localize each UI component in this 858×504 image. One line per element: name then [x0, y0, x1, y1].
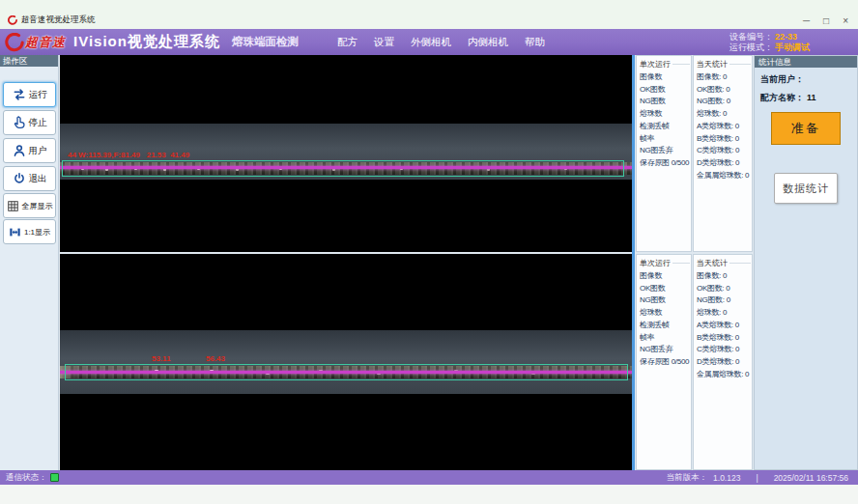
- app-title: IVision视觉处理系统: [73, 33, 220, 51]
- exit-button[interactable]: 退出: [3, 166, 56, 191]
- close-button[interactable]: ×: [843, 16, 848, 26]
- panel-title: 当天统计: [697, 59, 751, 70]
- desktop-area: [0, 485, 858, 504]
- info-panel-title: 统计信息: [755, 56, 857, 68]
- stat-item: NG图数: 0: [697, 294, 751, 307]
- window-title: 超音速视觉处理系统: [21, 14, 96, 26]
- panel-title: 当天统计: [697, 258, 751, 268]
- stat-item: A类熔珠数: 0: [697, 121, 751, 133]
- stat-item: 保存原图 0/500: [640, 356, 690, 369]
- stop-button[interactable]: 停止: [3, 110, 56, 135]
- comm-status: 通信状态：: [6, 472, 59, 484]
- current-user-row: 当前用户：: [760, 73, 857, 86]
- statistics-info-panel: 统计信息 当前用户： 配方名称：11 准备 数据统计: [754, 55, 858, 470]
- menu-item[interactable]: 设置: [374, 36, 394, 49]
- stat-item: 金属屑熔珠数: 0: [697, 170, 751, 182]
- run-mode-label: 运行模式：: [729, 42, 773, 53]
- one-to-one-icon: [9, 226, 21, 238]
- panel-title: 单次运行: [640, 59, 690, 70]
- single-run-panel-bottom: 单次运行 图像数OK图数NG图数熔珠数检测丢帧帧率NG图丢弃保存原图 0/500: [636, 254, 692, 470]
- stat-item: OK图数: [640, 84, 690, 97]
- comm-status-indicator: [50, 473, 59, 482]
- daily-stats-list: 图像数: 0OK图数: 0NG图数: 0熔珠数: 0A类熔珠数: 0B类熔珠数:…: [697, 71, 751, 182]
- stop-hand-icon: [13, 116, 26, 129]
- stat-item: 熔珠数: [640, 108, 690, 121]
- recipe-name-label: 配方名称：: [760, 93, 804, 102]
- menu-item[interactable]: 外侧相机: [411, 36, 451, 49]
- run-mode-row: 运行模式： 手动调试: [729, 42, 817, 53]
- stat-item: OK图数: [640, 283, 690, 295]
- stat-item: NG图数: [640, 294, 690, 307]
- stat-item: 图像数: 0: [697, 270, 751, 283]
- fullscreen-button[interactable]: 全屏显示: [3, 193, 56, 218]
- version-info: 当前版本： 1.0.123 | 2025/02/11 16:57:56: [667, 472, 848, 484]
- single-run-list: 图像数OK图数NG图数熔珠数检测丢帧帧率NG图丢弃保存原图 0/500: [640, 71, 690, 170]
- ready-button[interactable]: 准备: [771, 112, 841, 145]
- panel-title: 单次运行: [640, 258, 690, 268]
- run-mode-value: 手动调试: [775, 42, 817, 53]
- user-button[interactable]: 用户: [3, 138, 56, 163]
- stat-item: 图像数: 0: [697, 71, 751, 84]
- daily-stats-panel-top: 当天统计 图像数: 0OK图数: 0NG图数: 0熔珠数: 0A类熔珠数: 0B…: [693, 55, 753, 252]
- measurement-overlay: 53.11: [152, 355, 171, 363]
- titlebar: 超音速视觉处理系统 ─ □ ×: [0, 0, 858, 29]
- comm-status-label: 通信状态：: [6, 472, 47, 484]
- current-user-label: 当前用户：: [760, 74, 804, 84]
- minimize-button[interactable]: ─: [803, 16, 810, 26]
- app-window: 超音速视觉处理系统 ─ □ × 超音速 IVision视觉处理系统 熔珠端面检测…: [0, 0, 858, 504]
- run-button[interactable]: 运行: [3, 82, 56, 107]
- device-number-row: 设备编号： 22-33: [729, 32, 817, 42]
- statusbar: 通信状态： 当前版本： 1.0.123 | 2025/02/11 16:57:5…: [0, 470, 858, 485]
- version-value: 1.0.123: [713, 473, 740, 483]
- stat-item: 图像数: [640, 71, 690, 84]
- menu-item[interactable]: 配方: [337, 36, 358, 49]
- version-label: 当前版本：: [667, 472, 708, 484]
- daily-stats-list: 图像数: 0OK图数: 0NG图数: 0熔珠数: 0A类熔珠数: 0B类熔珠数:…: [697, 270, 751, 380]
- stat-item: 检测丢帧: [640, 121, 690, 133]
- recipe-name-value: 11: [807, 93, 816, 102]
- stat-item: B类熔珠数: 0: [697, 332, 751, 345]
- power-icon: [13, 172, 26, 185]
- detection-roi-box: [65, 364, 628, 380]
- sidebar-title: 操作区: [0, 55, 58, 67]
- measurement-overlay: 56.43: [206, 355, 225, 363]
- stat-item: 熔珠数: [640, 307, 690, 320]
- datetime: 2025/02/11 16:57:56: [774, 473, 848, 483]
- stat-item: NG图数: [640, 96, 690, 108]
- brand-logo-icon: [5, 33, 24, 52]
- data-statistics-button[interactable]: 数据统计: [774, 173, 838, 204]
- one-to-one-label: 1:1显示: [24, 227, 50, 238]
- run-label: 运行: [29, 89, 47, 101]
- camera-band: [60, 330, 632, 394]
- stat-item: NG图数: 0: [697, 96, 751, 108]
- exit-label: 退出: [29, 173, 47, 185]
- recipe-name-row: 配方名称：11: [760, 92, 857, 104]
- stat-item: C类熔珠数: 0: [697, 344, 751, 356]
- single-run-list: 图像数OK图数NG图数熔珠数检测丢帧帧率NG图丢弃保存原图 0/500: [640, 270, 690, 369]
- app-header: 超音速 IVision视觉处理系统 熔珠端面检测 配方设置外侧相机内侧相机帮助 …: [0, 29, 858, 55]
- stat-item: 金属屑熔珠数: 0: [697, 369, 751, 381]
- stat-item: D类熔珠数: 0: [697, 356, 751, 369]
- app-logo-icon: [8, 15, 17, 25]
- menu-item[interactable]: 帮助: [525, 36, 545, 49]
- fullscreen-grid-icon: [7, 200, 19, 212]
- stat-item: 熔珠数: 0: [697, 108, 751, 121]
- stop-label: 停止: [29, 117, 47, 129]
- stat-item: NG图丢弃: [640, 145, 690, 157]
- stat-item: 图像数: [640, 270, 690, 283]
- measurement-overlay: 44 W:115.39,F:81.49 21.53 41.49: [68, 152, 189, 159]
- top-camera-view: 44 W:115.39,F:81.49 21.53 41.49: [60, 55, 632, 252]
- menu-item[interactable]: 内侧相机: [468, 36, 508, 49]
- user-label: 用户: [29, 145, 47, 157]
- device-number-value: 22-33: [775, 32, 817, 42]
- device-number-label: 设备编号：: [729, 32, 773, 42]
- one-to-one-button[interactable]: 1:1显示: [3, 219, 56, 244]
- window-controls: ─ □ ×: [803, 16, 848, 26]
- separator: |: [756, 473, 758, 483]
- bottom-camera-view: 53.11 56.43: [60, 254, 632, 470]
- stat-item: 熔珠数: 0: [697, 307, 751, 320]
- maximize-button[interactable]: □: [823, 16, 829, 26]
- titlebar-left: 超音速视觉处理系统: [8, 14, 96, 26]
- daily-stats-panel-bottom: 当天统计 图像数: 0OK图数: 0NG图数: 0熔珠数: 0A类熔珠数: 0B…: [693, 254, 753, 470]
- device-info: 设备编号： 22-33 运行模式： 手动调试: [729, 32, 817, 53]
